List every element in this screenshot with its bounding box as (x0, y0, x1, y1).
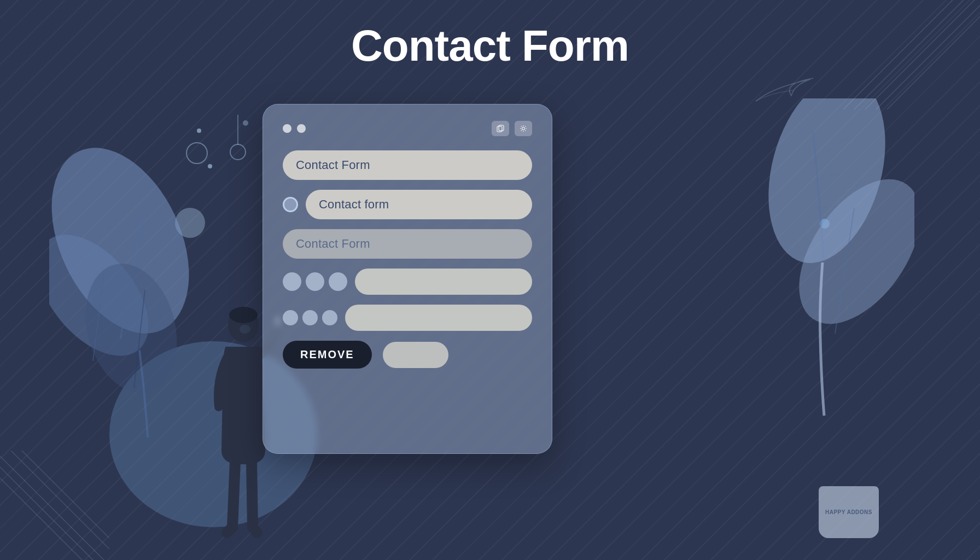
chrome-copy-icon[interactable] (492, 121, 509, 136)
form-row-field-2[interactable] (345, 305, 532, 331)
toggle-switch[interactable] (383, 342, 448, 368)
feather-decoration (750, 77, 816, 104)
form-circle-1a (283, 272, 301, 291)
chrome-dot-2 (297, 124, 306, 133)
form-circle-1c (329, 272, 347, 291)
form-circle-1b (306, 272, 324, 291)
form-row-field-1[interactable] (355, 269, 532, 295)
svg-point-35 (243, 120, 248, 126)
form-circle-2b (302, 310, 318, 325)
svg-line-28 (0, 478, 82, 560)
scene-container: Contact Form (0, 0, 980, 560)
radio-circle[interactable] (283, 197, 298, 212)
svg-line-30 (0, 456, 104, 560)
svg-point-34 (230, 144, 246, 160)
svg-line-31 (11, 451, 109, 549)
svg-line-24 (854, 0, 964, 109)
form-field-1[interactable]: Contact Form (283, 150, 532, 180)
form-window: Contact Form Contact form Contact Form (262, 104, 552, 454)
svg-line-32 (22, 451, 109, 538)
form-row-circles-2 (283, 305, 532, 331)
form-circle-2c (322, 310, 337, 325)
window-chrome (283, 121, 532, 136)
svg-line-26 (876, 5, 980, 109)
chrome-icons (492, 121, 532, 136)
svg-point-15 (522, 127, 525, 130)
form-field-3[interactable]: Contact Form (283, 229, 532, 259)
illustration-area: Contact Form Contact form Contact Form (0, 77, 980, 560)
form-row-circles-1 (283, 269, 532, 295)
chrome-dot-1 (283, 124, 291, 133)
chrome-settings-icon[interactable] (515, 121, 532, 136)
diagonal-lines-deco (843, 0, 980, 164)
svg-point-11 (240, 325, 250, 334)
form-field-2-row: Contact form (283, 190, 532, 219)
page-title: Contact Form (351, 21, 629, 71)
pot-label: HAPPY ADDONS (825, 509, 872, 516)
remove-button[interactable]: REMOVE (283, 341, 372, 369)
form-field-2[interactable]: Contact form (306, 190, 532, 219)
svg-line-29 (0, 467, 93, 560)
diagonal-lines-bottom-left (0, 451, 109, 560)
svg-line-23 (843, 0, 953, 109)
hanging-circle-deco (227, 115, 249, 166)
plant-pot: HAPPY ADDONS (819, 486, 879, 538)
form-circle-2a (283, 310, 298, 325)
form-circles-group-1 (283, 272, 347, 291)
form-bottom-row: REMOVE (283, 341, 532, 369)
svg-point-10 (229, 307, 258, 323)
form-circles-group-2 (283, 310, 337, 325)
svg-line-25 (865, 0, 975, 109)
